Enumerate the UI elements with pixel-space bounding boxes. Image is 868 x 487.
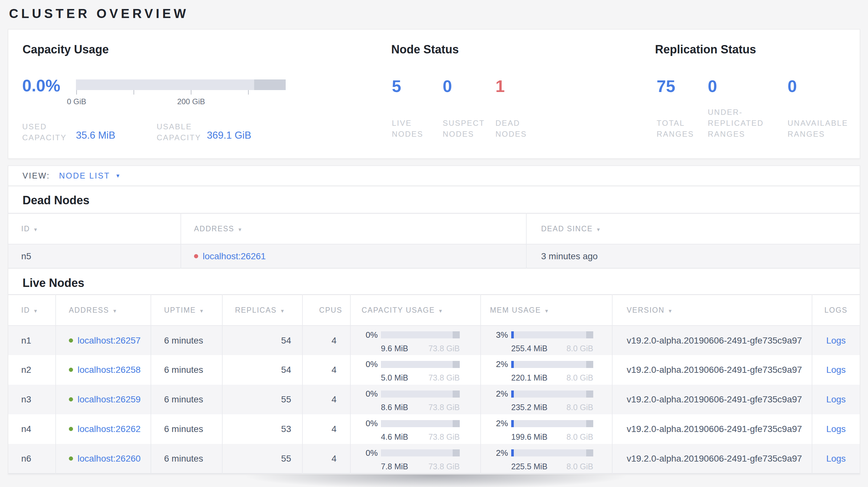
page-title: CLUSTER OVERVIEW: [8, 0, 860, 29]
replicas-cell: 55: [222, 385, 302, 414]
unavailable-ranges-stat: 0 UNAVAILABLE RANGES: [787, 77, 858, 140]
node-id-cell: n2: [8, 355, 56, 385]
column-header-uptime[interactable]: UPTIME▼: [151, 295, 222, 326]
dead-nodes-section-heading: Dead Nodes: [8, 186, 860, 213]
node-address-link[interactable]: localhost:26257: [78, 335, 141, 346]
cpus-cell: 4: [302, 355, 350, 385]
node-address-cell: localhost:26258: [56, 355, 151, 385]
node-address-link[interactable]: localhost:26260: [78, 454, 141, 463]
logs-link[interactable]: Logs: [826, 335, 846, 346]
capacity-meter: [381, 361, 460, 368]
sort-desc-icon: ▼: [199, 308, 204, 314]
cluster-summary-card: Capacity Usage 0.0% 0 GiB 200 GiB USED C…: [8, 29, 860, 159]
column-header-capacity-usage[interactable]: CAPACITY USAGE▼: [350, 295, 480, 326]
unavailable-ranges-label: UNAVAILABLE RANGES: [787, 118, 858, 140]
column-header-version[interactable]: VERSION▼: [612, 295, 812, 326]
live-status-dot: [69, 427, 73, 431]
memory-meter: [511, 449, 593, 456]
used-capacity-value: 35.6 MiB: [76, 130, 115, 141]
node-address-link[interactable]: localhost:26259: [78, 394, 141, 404]
node-address-cell: localhost:26257: [56, 326, 151, 355]
column-header-address[interactable]: ADDRESS▼: [56, 295, 151, 326]
version-cell: v19.2.0-alpha.20190606-2491-gfe735c9a97: [612, 385, 812, 414]
dead-nodes-count: 1: [495, 77, 547, 95]
replication-status-heading: Replication Status: [655, 44, 756, 55]
cpus-cell: 4: [302, 414, 350, 444]
logs-link[interactable]: Logs: [826, 424, 846, 434]
replicas-cell: 54: [222, 326, 302, 355]
capacity-usage-cell: 0% 5.0 MiB73.8 GiB: [350, 355, 480, 385]
column-header-address[interactable]: ADDRESS▼: [181, 213, 526, 244]
dead-since-cell: 3 minutes ago: [526, 244, 860, 268]
table-row: n6 localhost:26260 6 minutes 55 4 0% 7.8…: [8, 444, 860, 474]
sort-desc-icon: ▼: [238, 227, 242, 232]
memory-meter: [511, 361, 593, 368]
uptime-cell: 6 minutes: [151, 355, 222, 385]
sort-desc-icon: ▼: [544, 308, 549, 314]
memory-meter: [511, 390, 593, 397]
node-address-cell: localhost:26259: [56, 385, 151, 414]
node-id-cell: n6: [8, 444, 56, 474]
version-cell: v19.2.0-alpha.20190606-2491-gfe735c9a97: [612, 444, 812, 474]
column-header-logs: LOGS: [812, 295, 860, 326]
suspect-nodes-stat: 0 SUSPECT NODES: [443, 77, 494, 140]
memory-meter: [511, 420, 593, 427]
logs-link[interactable]: Logs: [826, 365, 846, 375]
node-address-link[interactable]: localhost:26262: [78, 424, 141, 434]
under-replicated-count: 0: [708, 77, 772, 95]
table-header-row: ID▼ ADDRESS▼ DEAD SINCE▼: [8, 213, 860, 244]
replicas-cell: 54: [222, 355, 302, 385]
column-header-mem-usage[interactable]: MEM USAGE▼: [480, 295, 612, 326]
mem-usage-cell: 2% 199.6 MiB8.0 GiB: [480, 414, 612, 444]
axis-tick-label: 200 GiB: [177, 97, 205, 106]
capacity-meter: [381, 420, 460, 427]
sort-desc-icon: ▼: [33, 308, 38, 314]
sort-desc-icon: ▼: [280, 308, 285, 314]
capacity-usage-heading: Capacity Usage: [23, 44, 109, 55]
total-ranges-stat: 75 TOTAL RANGES: [657, 77, 707, 140]
unavailable-ranges-count: 0: [787, 77, 858, 95]
node-address-link[interactable]: localhost:26261: [203, 251, 266, 261]
used-capacity-label: USED CAPACITY: [22, 121, 78, 143]
logs-link[interactable]: Logs: [826, 454, 846, 463]
logs-cell: Logs: [812, 326, 860, 355]
mem-usage-cell: 2% 220.1 MiB8.0 GiB: [480, 355, 612, 385]
axis-tick: [191, 90, 191, 95]
table-row: n3 localhost:26259 6 minutes 55 4 0% 8.6…: [8, 385, 860, 414]
capacity-usage-cell: 0% 4.6 MiB73.8 GiB: [350, 414, 480, 444]
cpus-cell: 4: [302, 444, 350, 474]
column-header-dead-since[interactable]: DEAD SINCE▼: [526, 213, 860, 244]
sort-desc-icon: ▼: [438, 308, 443, 314]
table-header-row: ID▼ ADDRESS▼ UPTIME▼ REPLICAS▼ CPUS CAPA…: [8, 295, 860, 326]
column-header-id[interactable]: ID▼: [8, 295, 56, 326]
sort-desc-icon: ▼: [596, 227, 601, 232]
total-ranges-label: TOTAL RANGES: [657, 118, 707, 140]
capacity-meter: [381, 449, 460, 456]
replicas-cell: 55: [222, 444, 302, 474]
view-selector-dropdown[interactable]: NODE LIST ▼: [59, 171, 120, 181]
logs-link[interactable]: Logs: [826, 394, 846, 404]
node-address-link[interactable]: localhost:26258: [78, 365, 141, 375]
table-row: n1 localhost:26257 6 minutes 54 4 0% 9.6…: [8, 326, 860, 355]
dead-status-dot: [194, 254, 198, 258]
node-address-cell: localhost:26262: [56, 414, 151, 444]
node-id-cell: n1: [8, 326, 56, 355]
axis-tick-label: 0 GiB: [67, 97, 86, 106]
node-list-card: VIEW: NODE LIST ▼ Dead Nodes ID▼ ADDRESS…: [8, 165, 860, 475]
node-id-cell: n5: [8, 244, 181, 268]
version-cell: v19.2.0-alpha.20190606-2491-gfe735c9a97: [612, 326, 812, 355]
view-selected-value: NODE LIST: [59, 171, 110, 181]
column-header-id[interactable]: ID▼: [8, 213, 181, 244]
view-label: VIEW:: [23, 171, 50, 181]
live-status-dot: [69, 397, 73, 401]
cpus-cell: 4: [302, 326, 350, 355]
view-bar: VIEW: NODE LIST ▼: [8, 166, 860, 186]
column-header-replicas[interactable]: REPLICAS▼: [222, 295, 302, 326]
uptime-cell: 6 minutes: [151, 385, 222, 414]
mem-usage-cell: 2% 225.5 MiB8.0 GiB: [480, 444, 612, 474]
node-id-cell: n4: [8, 414, 56, 444]
capacity-used-percent: 0.0%: [22, 76, 60, 95]
capacity-usage-cell: 0% 8.6 MiB73.8 GiB: [350, 385, 480, 414]
live-nodes-section-heading: Live Nodes: [8, 268, 860, 294]
live-nodes-label: LIVE NODES: [392, 118, 440, 140]
